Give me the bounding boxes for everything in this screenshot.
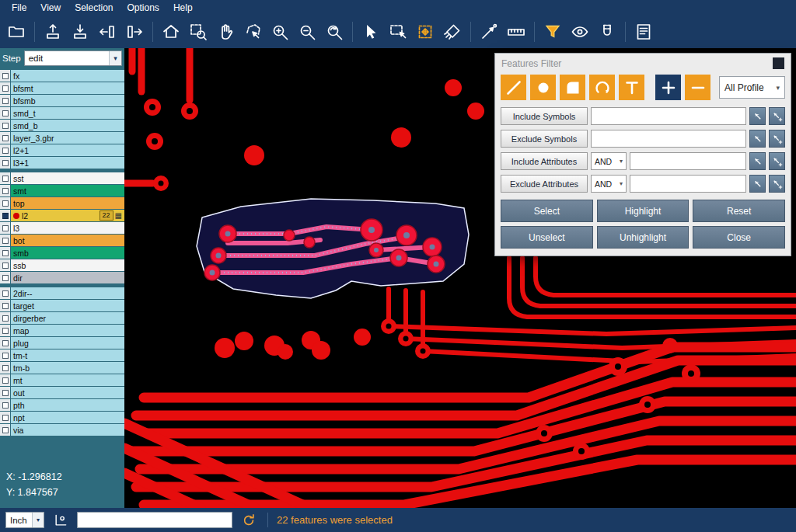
layer-label[interactable]: dir (11, 272, 124, 283)
snap-magnet-icon[interactable] (594, 19, 620, 45)
layer-visibility-checkbox[interactable] (2, 303, 9, 309)
layer-label[interactable]: mt (11, 374, 124, 386)
layer-label[interactable]: fx (11, 70, 124, 82)
text-feature-icon[interactable] (619, 75, 644, 100)
layer-row-l2[interactable]: l222▦ (0, 210, 124, 221)
layer-visibility-checkbox[interactable] (2, 365, 9, 371)
layer-row-smb[interactable]: smb (0, 247, 124, 259)
unselect-button[interactable]: Unselect (501, 226, 593, 249)
zoom-window-icon[interactable] (185, 19, 211, 45)
layer-label[interactable]: smd_t (11, 107, 124, 119)
layer-visibility-checkbox[interactable] (2, 275, 9, 281)
chevron-down-icon[interactable]: ▾ (32, 513, 44, 527)
layer-label[interactable]: bfsmt (11, 82, 124, 94)
sweep-clean-icon[interactable] (439, 19, 466, 45)
layer-visibility-checkbox[interactable] (2, 176, 9, 182)
layer-label[interactable]: ssb (11, 259, 124, 271)
line-feature-icon[interactable] (501, 75, 526, 100)
layer-visibility-checkbox[interactable] (2, 85, 9, 92)
layer-label[interactable]: npt (11, 412, 124, 423)
layer-row-target[interactable]: target (0, 300, 124, 311)
menu-help[interactable]: Help (166, 0, 200, 16)
layer-visibility-checkbox[interactable] (2, 353, 9, 359)
layer-row-fx[interactable]: fx (0, 70, 124, 82)
layer-visibility-checkbox[interactable] (2, 427, 9, 433)
layer-label[interactable]: 2dir-- (11, 287, 124, 299)
measure-ruler-icon[interactable] (503, 19, 529, 45)
pick-attribute-add-icon[interactable] (769, 152, 785, 170)
chevron-down-icon[interactable]: ▾ (109, 51, 121, 65)
layer-label[interactable]: bot (11, 235, 124, 246)
include-symbols-input[interactable] (591, 107, 746, 125)
layer-label[interactable]: tm-b (11, 362, 124, 374)
layer-label[interactable]: smd_b (11, 120, 124, 131)
pan-hand-icon[interactable] (212, 19, 239, 45)
layer-visibility-checkbox[interactable] (2, 390, 9, 396)
include-attributes-button[interactable]: Include Attributes (501, 152, 588, 170)
layer-label[interactable]: top (11, 197, 124, 209)
layer-label[interactable]: plug (11, 337, 124, 349)
zoom-in-icon[interactable] (267, 19, 293, 45)
layer-visibility-checkbox[interactable] (2, 123, 9, 129)
refresh-icon[interactable] (239, 510, 259, 530)
include-attributes-and-select[interactable]: AND ▾ (591, 152, 627, 170)
layer-row-dirgerber[interactable]: dirgerber (0, 312, 124, 324)
exclude-attributes-button[interactable]: Exclude Attributes (501, 175, 588, 193)
home-view-icon[interactable] (158, 19, 184, 45)
layer-visibility-checkbox[interactable] (2, 315, 9, 322)
layer-label[interactable]: smt (11, 185, 124, 196)
layer-label[interactable]: l222▦ (11, 210, 124, 221)
layer-label[interactable]: tm-t (11, 349, 124, 361)
layer-row-ssb[interactable]: ssb (0, 259, 124, 271)
layer-visibility-checkbox[interactable] (2, 415, 9, 421)
menu-selection[interactable]: Selection (68, 0, 120, 16)
pick-symbol-icon[interactable] (749, 130, 766, 148)
pick-attribute-add-icon[interactable] (769, 175, 785, 193)
layer-label[interactable]: out (11, 387, 124, 398)
layer-row-layer_3.gbr[interactable]: layer_3.gbr (0, 132, 124, 144)
layer-row-smd_t[interactable]: smd_t (0, 107, 124, 119)
command-input[interactable] (77, 512, 232, 528)
layer-label[interactable]: sst (11, 172, 124, 184)
arc-feature-icon[interactable] (589, 75, 615, 100)
transform-move-icon[interactable] (412, 19, 438, 45)
remove-mode-icon[interactable] (685, 75, 710, 100)
layer-visibility-checkbox[interactable] (2, 73, 9, 79)
layer-visibility-checkbox[interactable] (2, 290, 9, 297)
pick-attribute-icon[interactable] (749, 175, 766, 193)
shift-right-icon[interactable] (121, 19, 148, 45)
layer-visibility-checkbox[interactable] (2, 213, 9, 219)
pointer-icon[interactable] (358, 19, 384, 45)
exclude-attributes-input[interactable] (630, 175, 746, 193)
layer-visibility-checkbox[interactable] (2, 135, 9, 141)
pick-attribute-icon[interactable] (749, 152, 766, 170)
step-select[interactable]: edit ▾ (24, 50, 122, 66)
exclude-symbols-button[interactable]: Exclude Symbols (501, 130, 588, 148)
measure-point-icon[interactable] (476, 19, 502, 45)
layer-visibility-checkbox[interactable] (2, 200, 9, 207)
layer-visibility-checkbox[interactable] (2, 238, 9, 244)
pad-feature-icon[interactable] (530, 75, 556, 100)
lasso-select-icon[interactable] (239, 19, 266, 45)
layer-label[interactable]: dirgerber (11, 312, 124, 324)
layer-label[interactable]: l3 (11, 222, 124, 234)
layer-row-smt[interactable]: smt (0, 185, 124, 196)
layer-row-l3[interactable]: l3 (0, 222, 124, 234)
menu-file[interactable]: File (5, 0, 33, 16)
layer-visibility-checkbox[interactable] (2, 188, 9, 194)
layer-label[interactable]: via (11, 424, 124, 436)
corner-snap-icon[interactable] (51, 510, 71, 530)
include-symbols-button[interactable]: Include Symbols (501, 107, 588, 125)
open-folder-icon[interactable] (3, 19, 30, 45)
layer-row-sst[interactable]: sst (0, 172, 124, 184)
features-filter-icon[interactable] (539, 19, 566, 45)
layer-visibility-checkbox[interactable] (2, 377, 9, 384)
layer-row-plug[interactable]: plug (0, 337, 124, 349)
notes-list-icon[interactable] (630, 19, 657, 45)
zoom-reset-icon[interactable] (321, 19, 347, 45)
unhighlight-button[interactable]: Unhighlight (597, 226, 690, 249)
layer-row-bfsmb[interactable]: bfsmb (0, 95, 124, 106)
layer-label[interactable]: map (11, 325, 124, 336)
layer-row-smd_b[interactable]: smd_b (0, 120, 124, 131)
import-bottom-icon[interactable] (67, 19, 93, 45)
